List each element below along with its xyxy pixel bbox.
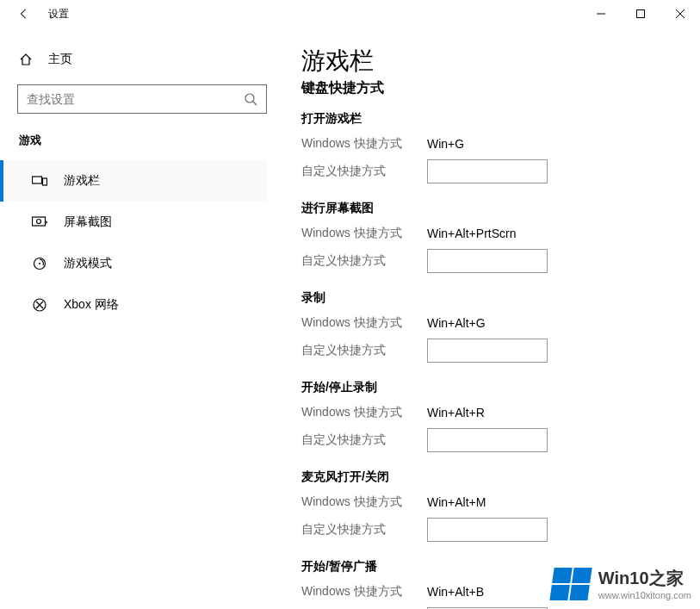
sidebar-item-gamemode[interactable]: 游戏模式 [0,243,267,284]
section-label: 录制 [301,290,674,306]
sidebar-item-label: Xbox 网络 [64,297,119,313]
shortcut-value: Win+Alt+PrtScrn [427,227,516,240]
custom-shortcut-input[interactable] [427,428,548,452]
maximize-button[interactable] [621,0,660,28]
shortcut-section-open-gamebar: 打开游戏栏 Windows 快捷方式 Win+G 自定义快捷方式 [301,111,674,185]
watermark-logo-icon [549,568,592,600]
minimize-button[interactable] [581,0,621,28]
sidebar-item-label: 游戏栏 [64,173,100,189]
page-subtitle: 键盘快捷方式 [301,79,674,97]
shortcut-section-startstop-record: 开始/停止录制 Windows 快捷方式 Win+Alt+R 自定义快捷方式 [301,380,674,454]
shortcut-value: Win+G [427,137,464,151]
svg-point-2 [245,94,254,103]
page-title: 游戏栏 [301,45,674,78]
content-area: 游戏栏 键盘快捷方式 打开游戏栏 Windows 快捷方式 Win+G 自定义快… [284,28,700,609]
sidebar-item-captures[interactable]: 屏幕截图 [0,202,267,243]
shortcut-section-record: 录制 Windows 快捷方式 Win+Alt+G 自定义快捷方式 [301,290,674,364]
section-label: 开始/停止录制 [301,380,674,395]
custom-shortcut-input[interactable] [427,339,548,363]
captures-icon [31,215,48,229]
home-label: 主页 [48,52,72,67]
windows-shortcut-label: Windows 快捷方式 [301,226,427,241]
section-label: 打开游戏栏 [301,111,674,127]
sidebar-item-xbox-network[interactable]: Xbox 网络 [0,284,267,326]
svg-point-7 [37,220,41,224]
watermark-url: www.win10xitong.com [598,590,691,600]
custom-shortcut-input[interactable] [427,159,548,183]
svg-rect-5 [43,178,47,185]
gamebar-icon [31,174,48,188]
custom-shortcut-input[interactable] [427,518,548,542]
gamemode-icon [31,257,48,270]
section-label: 进行屏幕截图 [301,201,674,216]
svg-point-9 [39,263,40,264]
sidebar-item-label: 游戏模式 [64,256,112,271]
section-label: 麦克风打开/关闭 [301,469,674,485]
custom-shortcut-label: 自定义快捷方式 [301,164,427,179]
search-box[interactable] [17,84,267,114]
search-input[interactable] [27,92,244,106]
shortcut-value: Win+Alt+B [427,585,484,599]
sidebar: 主页 游戏 游戏栏 屏幕截图 游戏模式 [0,28,284,609]
shortcut-value: Win+Alt+G [427,316,486,330]
custom-shortcut-label: 自定义快捷方式 [301,253,427,269]
watermark: Win10之家 www.win10xitong.com [552,567,691,600]
custom-shortcut-input[interactable] [427,249,548,273]
sidebar-item-label: 屏幕截图 [64,214,112,230]
search-icon [244,92,257,106]
windows-shortcut-label: Windows 快捷方式 [301,315,427,331]
sidebar-item-gamebar[interactable]: 游戏栏 [0,160,267,202]
custom-shortcut-label: 自定义快捷方式 [301,343,427,358]
category-title: 游戏 [17,133,267,148]
windows-shortcut-label: Windows 快捷方式 [301,584,427,600]
xbox-icon [31,298,48,312]
custom-shortcut-label: 自定义快捷方式 [301,432,427,448]
shortcut-section-mic-toggle: 麦克风打开/关闭 Windows 快捷方式 Win+Alt+M 自定义快捷方式 [301,469,674,544]
back-button[interactable] [10,0,38,28]
svg-rect-4 [33,177,42,183]
svg-line-3 [253,102,257,105]
windows-shortcut-label: Windows 快捷方式 [301,494,427,510]
watermark-title: Win10之家 [598,567,691,590]
custom-shortcut-label: 自定义快捷方式 [301,522,427,538]
shortcut-section-screenshot: 进行屏幕截图 Windows 快捷方式 Win+Alt+PrtScrn 自定义快… [301,201,674,275]
close-button[interactable] [660,0,700,28]
windows-shortcut-label: Windows 快捷方式 [301,136,427,152]
shortcut-value: Win+Alt+M [427,495,486,509]
svg-rect-1 [637,10,645,18]
shortcut-value: Win+Alt+R [427,406,485,419]
home-icon [17,53,34,66]
windows-shortcut-label: Windows 快捷方式 [301,405,427,420]
svg-rect-6 [33,217,46,226]
home-link[interactable]: 主页 [17,45,267,74]
app-title: 设置 [48,7,69,22]
